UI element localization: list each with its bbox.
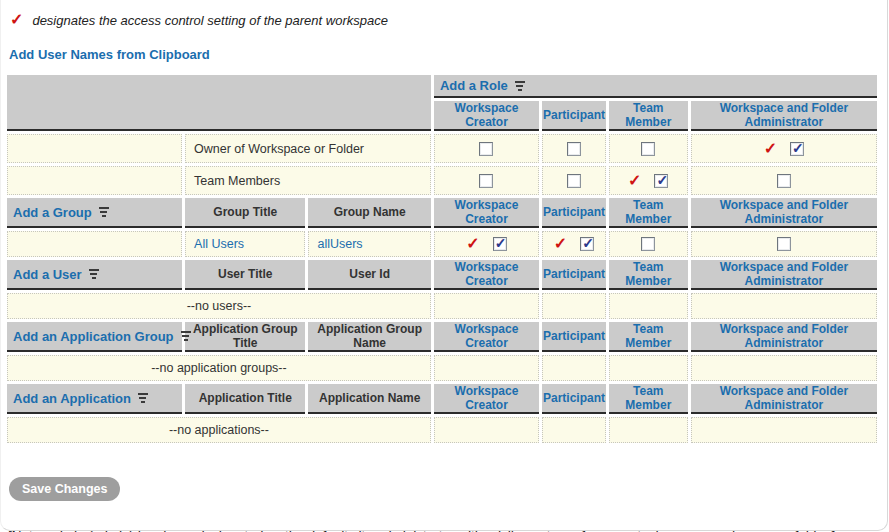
add-application-cell: Add an Application <box>7 384 182 414</box>
red-check-icon: ✓ <box>10 12 23 28</box>
filter-icon <box>515 81 525 91</box>
owner-participant-checkbox[interactable] <box>567 142 581 156</box>
column-header-team-member[interactable]: Team Member <box>609 101 688 131</box>
user-id-header: User Id <box>308 260 430 290</box>
column-header-team-member[interactable]: Team Member <box>609 260 688 290</box>
column-header-workspace-folder-admin[interactable]: Workspace and Folder Administrator <box>691 198 877 228</box>
owner-wf-admin-cell: ✓ <box>691 134 877 163</box>
allusers-team-member-checkbox[interactable] <box>641 237 655 251</box>
team-members-row: Team Members ✓ <box>7 166 877 195</box>
no-users-row: --no users-- <box>7 293 877 319</box>
owner-wf-admin-checkbox[interactable] <box>790 142 804 156</box>
save-changes-button[interactable]: Save Changes <box>9 477 120 501</box>
allusers-wf-admin-checkbox[interactable] <box>777 237 791 251</box>
no-users-text: --no users-- <box>7 293 431 319</box>
column-header-workspace-folder-admin[interactable]: Workspace and Folder Administrator <box>691 260 877 290</box>
empty-cell <box>609 417 688 443</box>
owner-workspace-creator-checkbox[interactable] <box>479 142 493 156</box>
admin-note: [Note: admin (admin) has been designated… <box>7 528 887 532</box>
column-header-workspace-folder-admin[interactable]: Workspace and Folder Administrator <box>691 101 877 131</box>
no-applications-row: --no applications-- <box>7 417 877 443</box>
empty-cell <box>691 355 877 381</box>
allusers-wf-admin-cell <box>691 231 877 257</box>
column-header-participant[interactable]: Participant <box>542 260 606 290</box>
empty-cell <box>609 293 688 319</box>
column-header-team-member[interactable]: Team Member <box>609 198 688 228</box>
app-group-name-header: Application Group Name <box>308 322 430 352</box>
all-users-row: All Users allUsers ✓ ✓ <box>7 231 877 257</box>
team-wf-admin-checkbox[interactable] <box>777 174 791 188</box>
column-header-workspace-creator[interactable]: Workspace Creator <box>434 322 539 352</box>
no-app-groups-row: --no application groups-- <box>7 355 877 381</box>
add-application-group-label: Add an Application Group <box>13 329 174 344</box>
add-group-button[interactable]: Add a Group <box>7 205 182 220</box>
empty-cell <box>434 293 539 319</box>
parent-check-icon: ✓ <box>628 173 641 189</box>
parent-check-icon: ✓ <box>554 236 567 252</box>
empty-cell <box>542 355 606 381</box>
empty-cell <box>434 355 539 381</box>
allusers-participant-cell: ✓ <box>542 231 606 257</box>
allusers-team-member-cell <box>609 231 688 257</box>
filter-icon <box>99 207 109 217</box>
group-name-header: Group Name <box>308 198 430 228</box>
empty-cell <box>7 166 182 195</box>
team-workspace-creator-checkbox[interactable] <box>479 174 493 188</box>
no-applications-text: --no applications-- <box>7 417 431 443</box>
application-name-header: Application Name <box>308 384 430 414</box>
team-wf-admin-cell <box>691 166 877 195</box>
column-header-participant[interactable]: Participant <box>542 384 606 414</box>
role-header-row: Add a Role <box>7 75 877 98</box>
group-header-row: Add a Group Group Title Group Name Works… <box>7 198 877 228</box>
column-header-workspace-creator[interactable]: Workspace Creator <box>434 101 539 131</box>
filter-icon <box>138 393 148 403</box>
empty-cell <box>542 417 606 443</box>
team-team-member-checkbox[interactable] <box>654 174 668 188</box>
column-header-workspace-folder-admin[interactable]: Workspace and Folder Administrator <box>691 322 877 352</box>
column-header-workspace-folder-admin[interactable]: Workspace and Folder Administrator <box>691 384 877 414</box>
user-title-header: User Title <box>185 260 305 290</box>
app-group-header-row: Add an Application Group Application Gro… <box>7 322 877 352</box>
column-header-participant[interactable]: Participant <box>542 322 606 352</box>
add-user-label: Add a User <box>13 267 82 282</box>
column-header-workspace-creator[interactable]: Workspace Creator <box>434 198 539 228</box>
column-header-participant[interactable]: Participant <box>542 101 606 131</box>
column-header-team-member[interactable]: Team Member <box>609 322 688 352</box>
filter-icon <box>89 269 99 279</box>
empty-cell <box>691 293 877 319</box>
add-application-button[interactable]: Add an Application <box>7 391 182 406</box>
user-header-row: Add a User User Title User Id Workspace … <box>7 260 877 290</box>
group-title-link[interactable]: All Users <box>185 231 305 257</box>
empty-cell <box>542 293 606 319</box>
add-app-group-cell: Add an Application Group <box>7 322 182 352</box>
add-group-cell: Add a Group <box>7 198 182 228</box>
add-role-label: Add a Role <box>440 78 508 93</box>
add-role-button[interactable]: Add a Role <box>434 78 877 93</box>
filter-icon <box>181 331 191 341</box>
column-header-team-member[interactable]: Team Member <box>609 384 688 414</box>
group-name-link[interactable]: allUsers <box>308 231 430 257</box>
owner-participant-cell <box>542 134 606 163</box>
column-header-participant[interactable]: Participant <box>542 198 606 228</box>
add-application-group-button[interactable]: Add an Application Group <box>7 329 182 344</box>
table-corner-cell <box>7 75 431 131</box>
team-workspace-creator-cell <box>434 166 539 195</box>
add-user-names-from-clipboard-link[interactable]: Add User Names from Clipboard <box>9 47 210 62</box>
team-participant-checkbox[interactable] <box>567 174 581 188</box>
empty-cell <box>609 355 688 381</box>
allusers-workspace-creator-cell: ✓ <box>434 231 539 257</box>
add-role-cell: Add a Role <box>434 75 877 98</box>
add-application-label: Add an Application <box>13 391 131 406</box>
empty-cell <box>434 417 539 443</box>
allusers-workspace-creator-checkbox[interactable] <box>493 237 507 251</box>
column-header-workspace-creator[interactable]: Workspace Creator <box>434 384 539 414</box>
add-group-label: Add a Group <box>13 205 92 220</box>
owner-team-member-checkbox[interactable] <box>641 142 655 156</box>
access-control-table: Add a Role Workspace Creator Participant… <box>4 72 880 446</box>
legend-text: designates the access control setting of… <box>32 13 388 28</box>
column-header-workspace-creator[interactable]: Workspace Creator <box>434 260 539 290</box>
empty-cell <box>7 134 182 163</box>
empty-cell <box>7 231 182 257</box>
allusers-participant-checkbox[interactable] <box>580 237 594 251</box>
add-user-button[interactable]: Add a User <box>7 267 182 282</box>
